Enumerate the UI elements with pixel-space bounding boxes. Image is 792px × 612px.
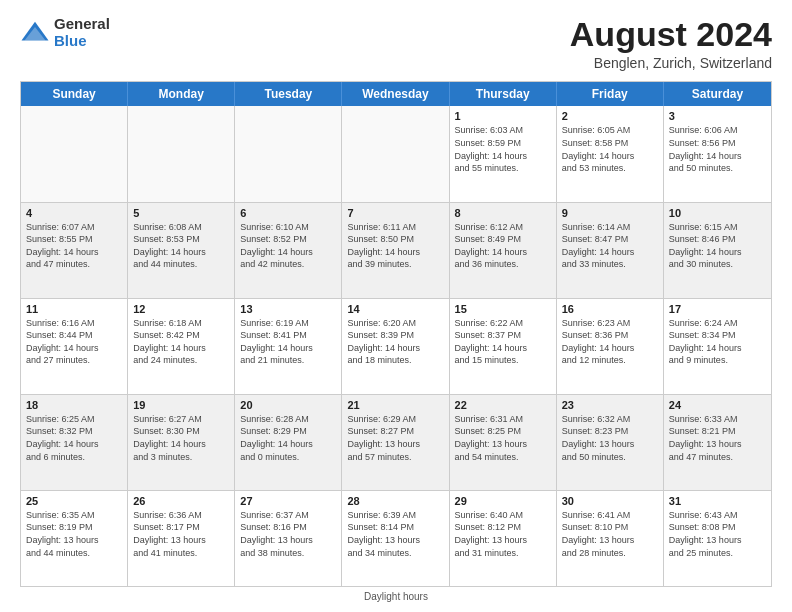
day-info: Sunrise: 6:29 AM Sunset: 8:27 PM Dayligh…: [347, 413, 443, 463]
day-number: 20: [240, 399, 336, 411]
day-cell-18: 18Sunrise: 6:25 AM Sunset: 8:32 PM Dayli…: [21, 395, 128, 490]
day-cell-13: 13Sunrise: 6:19 AM Sunset: 8:41 PM Dayli…: [235, 299, 342, 394]
day-number: 18: [26, 399, 122, 411]
day-cell-22: 22Sunrise: 6:31 AM Sunset: 8:25 PM Dayli…: [450, 395, 557, 490]
page: General Blue August 2024 Benglen, Zurich…: [0, 0, 792, 612]
header-day-sunday: Sunday: [21, 82, 128, 106]
day-number: 25: [26, 495, 122, 507]
day-info: Sunrise: 6:37 AM Sunset: 8:16 PM Dayligh…: [240, 509, 336, 559]
day-info: Sunrise: 6:41 AM Sunset: 8:10 PM Dayligh…: [562, 509, 658, 559]
day-number: 23: [562, 399, 658, 411]
day-number: 22: [455, 399, 551, 411]
title-block: August 2024 Benglen, Zurich, Switzerland: [570, 16, 772, 71]
day-cell-4: 4Sunrise: 6:07 AM Sunset: 8:55 PM Daylig…: [21, 203, 128, 298]
subtitle: Benglen, Zurich, Switzerland: [570, 55, 772, 71]
day-number: 28: [347, 495, 443, 507]
day-cell-24: 24Sunrise: 6:33 AM Sunset: 8:21 PM Dayli…: [664, 395, 771, 490]
day-number: 26: [133, 495, 229, 507]
day-number: 4: [26, 207, 122, 219]
day-cell-31: 31Sunrise: 6:43 AM Sunset: 8:08 PM Dayli…: [664, 491, 771, 586]
logo-text: General Blue: [54, 16, 110, 49]
header-day-tuesday: Tuesday: [235, 82, 342, 106]
day-number: 27: [240, 495, 336, 507]
day-number: 19: [133, 399, 229, 411]
logo-icon: [20, 18, 50, 48]
day-number: 10: [669, 207, 766, 219]
day-cell-25: 25Sunrise: 6:35 AM Sunset: 8:19 PM Dayli…: [21, 491, 128, 586]
day-info: Sunrise: 6:16 AM Sunset: 8:44 PM Dayligh…: [26, 317, 122, 367]
day-cell-7: 7Sunrise: 6:11 AM Sunset: 8:50 PM Daylig…: [342, 203, 449, 298]
week-row-2: 4Sunrise: 6:07 AM Sunset: 8:55 PM Daylig…: [21, 202, 771, 298]
day-cell-6: 6Sunrise: 6:10 AM Sunset: 8:52 PM Daylig…: [235, 203, 342, 298]
day-info: Sunrise: 6:15 AM Sunset: 8:46 PM Dayligh…: [669, 221, 766, 271]
day-cell-29: 29Sunrise: 6:40 AM Sunset: 8:12 PM Dayli…: [450, 491, 557, 586]
day-info: Sunrise: 6:23 AM Sunset: 8:36 PM Dayligh…: [562, 317, 658, 367]
day-info: Sunrise: 6:12 AM Sunset: 8:49 PM Dayligh…: [455, 221, 551, 271]
empty-cell: [235, 106, 342, 201]
day-number: 5: [133, 207, 229, 219]
logo-blue: Blue: [54, 33, 110, 50]
day-number: 29: [455, 495, 551, 507]
day-info: Sunrise: 6:40 AM Sunset: 8:12 PM Dayligh…: [455, 509, 551, 559]
day-info: Sunrise: 6:14 AM Sunset: 8:47 PM Dayligh…: [562, 221, 658, 271]
day-info: Sunrise: 6:07 AM Sunset: 8:55 PM Dayligh…: [26, 221, 122, 271]
week-row-5: 25Sunrise: 6:35 AM Sunset: 8:19 PM Dayli…: [21, 490, 771, 586]
day-number: 1: [455, 110, 551, 122]
main-title: August 2024: [570, 16, 772, 53]
day-number: 6: [240, 207, 336, 219]
day-cell-11: 11Sunrise: 6:16 AM Sunset: 8:44 PM Dayli…: [21, 299, 128, 394]
empty-cell: [342, 106, 449, 201]
day-number: 9: [562, 207, 658, 219]
day-info: Sunrise: 6:36 AM Sunset: 8:17 PM Dayligh…: [133, 509, 229, 559]
day-info: Sunrise: 6:10 AM Sunset: 8:52 PM Dayligh…: [240, 221, 336, 271]
header-day-thursday: Thursday: [450, 82, 557, 106]
day-cell-1: 1Sunrise: 6:03 AM Sunset: 8:59 PM Daylig…: [450, 106, 557, 201]
header: General Blue August 2024 Benglen, Zurich…: [20, 16, 772, 71]
day-cell-23: 23Sunrise: 6:32 AM Sunset: 8:23 PM Dayli…: [557, 395, 664, 490]
day-cell-3: 3Sunrise: 6:06 AM Sunset: 8:56 PM Daylig…: [664, 106, 771, 201]
day-cell-2: 2Sunrise: 6:05 AM Sunset: 8:58 PM Daylig…: [557, 106, 664, 201]
day-number: 12: [133, 303, 229, 315]
calendar: SundayMondayTuesdayWednesdayThursdayFrid…: [20, 81, 772, 587]
day-cell-30: 30Sunrise: 6:41 AM Sunset: 8:10 PM Dayli…: [557, 491, 664, 586]
day-number: 3: [669, 110, 766, 122]
calendar-body: 1Sunrise: 6:03 AM Sunset: 8:59 PM Daylig…: [21, 106, 771, 586]
day-number: 24: [669, 399, 766, 411]
day-number: 21: [347, 399, 443, 411]
day-info: Sunrise: 6:19 AM Sunset: 8:41 PM Dayligh…: [240, 317, 336, 367]
header-day-wednesday: Wednesday: [342, 82, 449, 106]
day-info: Sunrise: 6:22 AM Sunset: 8:37 PM Dayligh…: [455, 317, 551, 367]
day-number: 31: [669, 495, 766, 507]
day-cell-26: 26Sunrise: 6:36 AM Sunset: 8:17 PM Dayli…: [128, 491, 235, 586]
day-info: Sunrise: 6:31 AM Sunset: 8:25 PM Dayligh…: [455, 413, 551, 463]
header-day-monday: Monday: [128, 82, 235, 106]
week-row-4: 18Sunrise: 6:25 AM Sunset: 8:32 PM Dayli…: [21, 394, 771, 490]
empty-cell: [21, 106, 128, 201]
day-cell-21: 21Sunrise: 6:29 AM Sunset: 8:27 PM Dayli…: [342, 395, 449, 490]
day-cell-9: 9Sunrise: 6:14 AM Sunset: 8:47 PM Daylig…: [557, 203, 664, 298]
calendar-header: SundayMondayTuesdayWednesdayThursdayFrid…: [21, 82, 771, 106]
logo-general: General: [54, 16, 110, 33]
day-number: 11: [26, 303, 122, 315]
day-cell-15: 15Sunrise: 6:22 AM Sunset: 8:37 PM Dayli…: [450, 299, 557, 394]
footer-note: Daylight hours: [20, 591, 772, 602]
day-info: Sunrise: 6:43 AM Sunset: 8:08 PM Dayligh…: [669, 509, 766, 559]
day-info: Sunrise: 6:18 AM Sunset: 8:42 PM Dayligh…: [133, 317, 229, 367]
day-info: Sunrise: 6:06 AM Sunset: 8:56 PM Dayligh…: [669, 124, 766, 174]
header-day-friday: Friday: [557, 82, 664, 106]
day-info: Sunrise: 6:27 AM Sunset: 8:30 PM Dayligh…: [133, 413, 229, 463]
day-cell-20: 20Sunrise: 6:28 AM Sunset: 8:29 PM Dayli…: [235, 395, 342, 490]
logo: General Blue: [20, 16, 110, 49]
day-cell-28: 28Sunrise: 6:39 AM Sunset: 8:14 PM Dayli…: [342, 491, 449, 586]
day-info: Sunrise: 6:32 AM Sunset: 8:23 PM Dayligh…: [562, 413, 658, 463]
day-info: Sunrise: 6:24 AM Sunset: 8:34 PM Dayligh…: [669, 317, 766, 367]
day-number: 13: [240, 303, 336, 315]
day-number: 8: [455, 207, 551, 219]
day-number: 7: [347, 207, 443, 219]
header-day-saturday: Saturday: [664, 82, 771, 106]
day-info: Sunrise: 6:08 AM Sunset: 8:53 PM Dayligh…: [133, 221, 229, 271]
day-info: Sunrise: 6:35 AM Sunset: 8:19 PM Dayligh…: [26, 509, 122, 559]
day-number: 16: [562, 303, 658, 315]
day-info: Sunrise: 6:25 AM Sunset: 8:32 PM Dayligh…: [26, 413, 122, 463]
day-number: 15: [455, 303, 551, 315]
